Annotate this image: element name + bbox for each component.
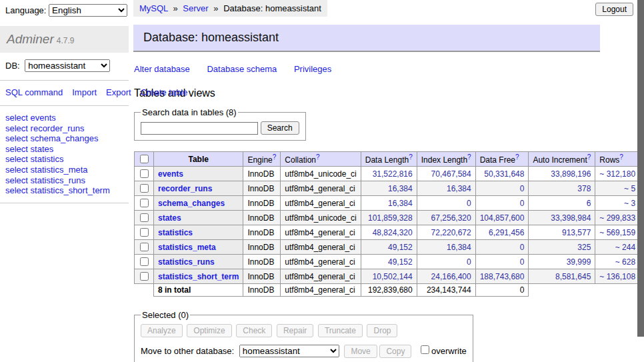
sidebar-item-select-statistics[interactable]: select statistics [5,154,123,165]
engine-cell: InnoDB [243,167,281,181]
table-name-link[interactable]: events [158,169,183,179]
table-name-link[interactable]: statistics_runs [158,257,215,267]
table-name-link[interactable]: recorder_runs [158,184,212,193]
auto-increment-cell: 8,581,645 [529,269,595,284]
rows-estimate-cell: ~ 3 [595,196,640,211]
sidebar-link-create-table[interactable]: Create table [141,87,188,97]
help-icon[interactable]: ? [587,153,591,161]
table-name-link[interactable]: states [158,213,181,223]
table-name-link[interactable]: schema_changes [158,199,225,208]
table-total-row: 8 in totalInnoDButf8mb4_general_ci192,83… [135,284,644,297]
help-icon[interactable]: ? [467,153,471,161]
data-free-cell: 188,743,680 [475,269,529,284]
index-length-cell: 72,220,672 [417,225,475,240]
total-blank-cell [135,284,154,297]
language-row: Language: English [0,0,129,21]
table-row: recorder_runsInnoDButf8mb4_general_ci16,… [135,181,644,196]
sidebar-item-select-events[interactable]: select events [5,113,123,123]
overwrite-checkbox[interactable] [421,345,429,354]
sidebar-item-select-recorder-runs[interactable]: select recorder_runs [5,123,123,134]
row-checkbox[interactable] [140,243,149,251]
privileges-link[interactable]: Privileges [294,64,331,74]
row-checkbox[interactable] [140,272,149,281]
truncate-button[interactable]: Truncate [318,324,363,337]
data-free-cell: 50,331,648 [475,167,529,181]
breadcrumb-link-mysql[interactable]: MySQL [139,3,168,13]
table-name-link[interactable]: statistics_meta [158,243,216,252]
help-icon[interactable]: ? [619,153,623,161]
table-name-link[interactable]: statistics [158,228,193,237]
select-all-checkbox[interactable] [140,155,149,163]
search-fieldset: Search data in tables (8) Search [134,107,306,141]
sidebar-item-select-states[interactable]: select states [5,144,123,155]
rows-estimate-cell: ~ 136,108 [595,269,640,284]
sidebar-item-select-statistics-short-term[interactable]: select statistics_short_term [5,185,123,196]
divider [0,80,129,81]
row-checkbox-cell [135,211,154,225]
table-name-cell: statistics_runs [154,255,243,269]
table-name-cell: statistics_meta [154,240,243,255]
engine-cell: InnoDB [243,181,281,196]
breadcrumb-link-server[interactable]: Server [183,3,208,13]
collation-cell: utf8mb4_general_ci [281,240,361,255]
engine-cell: InnoDB [243,269,281,284]
language-select[interactable]: English [49,4,127,17]
sidebar-table-links: select events select recorder_runs selec… [0,109,129,200]
auto-increment-cell: 913,577 [529,225,595,240]
alter-database-link[interactable]: Alter database [134,64,190,74]
data-free-cell: 0 [475,240,529,255]
optimize-button[interactable]: Optimize [187,324,231,337]
tables-table: Table Engine? Collation? Data Length? In… [134,151,644,297]
help-icon[interactable]: ? [515,153,519,161]
copy-button[interactable]: Copy [379,345,411,358]
table-name-cell: recorder_runs [154,181,243,196]
row-checkbox[interactable] [140,257,149,266]
sidebar-item-select-schema-changes[interactable]: select schema_changes [5,133,123,144]
data-free-cell: 6,291,456 [475,225,529,240]
table-name-link[interactable]: statistics_short_term [158,272,239,281]
help-icon[interactable]: ? [316,153,320,161]
rows-estimate-cell: ~ 299,833 [595,211,640,225]
index-length-cell: 0 [417,196,475,211]
column-header-engine: Engine? [243,152,281,167]
tables-and-views-heading: Tables and views [134,87,600,99]
scrollbar[interactable] [637,0,644,362]
analyze-button[interactable]: Analyze [141,324,183,337]
sidebar-link-import[interactable]: Import [72,87,97,97]
auto-increment-cell: 6 [529,196,595,211]
table-header-row: Table Engine? Collation? Data Length? In… [135,152,644,167]
collation-cell: utf8mb4_general_ci [281,196,361,211]
row-checkbox[interactable] [140,228,149,237]
move-database-select[interactable]: homeassistant [239,345,339,357]
column-header-rows: Rows? [595,152,640,167]
row-checkbox[interactable] [140,169,149,178]
db-row: DB: homeassistant [0,53,129,77]
db-select[interactable]: homeassistant [25,59,110,72]
drop-button[interactable]: Drop [367,324,397,337]
auto-increment-cell: 33,898,196 [529,167,595,181]
table-row: statistics_runsInnoDButf8mb4_general_ci4… [135,255,644,269]
sidebar-item-select-statistics-runs[interactable]: select statistics_runs [5,175,123,186]
logout-button[interactable]: Logout [595,3,633,16]
sidebar-link-sql-command[interactable]: SQL command [5,87,63,97]
move-button[interactable]: Move [344,345,377,358]
overwrite-label-wrap: overwrite [418,346,467,356]
search-input[interactable] [141,122,258,135]
help-icon[interactable]: ? [273,153,277,161]
column-header-table: Table [154,152,243,167]
sidebar-link-export[interactable]: Export [106,87,131,97]
search-button[interactable]: Search [261,121,299,135]
sidebar-item-select-statistics-meta[interactable]: select statistics_meta [5,165,123,175]
repair-button[interactable]: Repair [277,324,313,337]
row-checkbox[interactable] [140,199,149,207]
row-checkbox-cell [135,225,154,240]
auto-increment-cell: 33,398,984 [529,211,595,225]
row-checkbox[interactable] [140,184,149,193]
check-button[interactable]: Check [236,324,272,337]
data-length-cell: 101,859,328 [361,211,417,225]
database-schema-link[interactable]: Database schema [207,64,277,74]
help-icon[interactable]: ? [409,153,413,161]
row-checkbox[interactable] [140,213,149,222]
data-free-cell: 0 [475,181,529,196]
scrollbar-thumb[interactable] [637,0,644,337]
